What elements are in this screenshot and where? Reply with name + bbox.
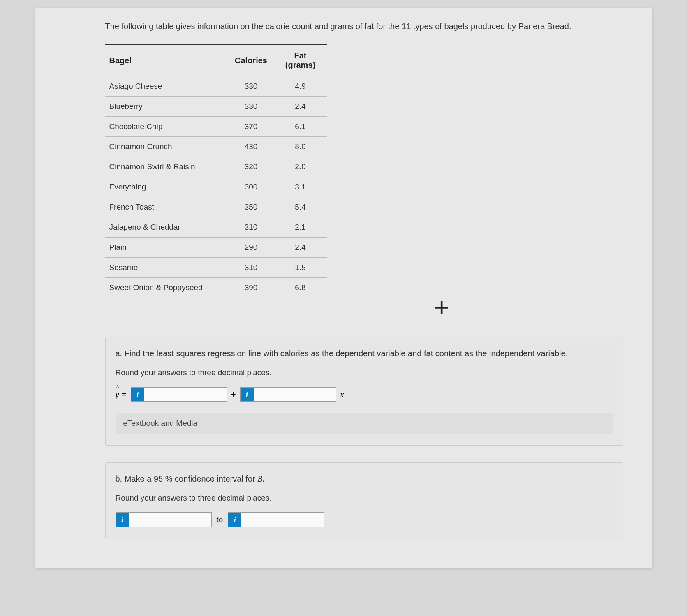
info-icon[interactable]: i (131, 388, 144, 401)
cell-calories: 310 (229, 217, 278, 238)
table-row: Plain2902.4 (105, 238, 327, 258)
part-b-prefix: b. (116, 474, 123, 483)
to-label: to (217, 515, 223, 524)
intercept-input-wrap: i (131, 387, 227, 402)
intro-text: The following table gives information on… (105, 21, 623, 32)
table-row: Sesame3101.5 (105, 258, 327, 278)
intercept-input[interactable] (144, 388, 227, 401)
cell-fat: 6.8 (278, 278, 327, 298)
cell-bagel-name: Sesame (105, 258, 229, 278)
cell-calories: 430 (229, 137, 278, 157)
table-row: Blueberry3302.4 (105, 97, 327, 117)
part-b-prompt: b. Make a 95 % confidence interval for B… (116, 474, 613, 484)
cell-bagel-name: Chocolate Chip (105, 117, 229, 137)
cell-calories: 290 (229, 238, 278, 258)
ci-upper-input-wrap: i (228, 512, 324, 527)
cell-calories: 390 (229, 278, 278, 298)
plus-sign: + (231, 390, 236, 399)
cell-fat: 6.1 (278, 117, 327, 137)
page-container: The following table gives information on… (35, 8, 652, 568)
slope-input[interactable] (254, 388, 336, 401)
ci-lower-input-wrap: i (116, 512, 212, 527)
part-b-prompt-text: Make a 95 % confidence interval for (125, 474, 255, 483)
cell-calories: 370 (229, 117, 278, 137)
x-label: x (340, 390, 344, 399)
info-icon[interactable]: i (228, 513, 241, 527)
table-header-row: Bagel Calories Fat (grams) (105, 45, 327, 76)
table-row: Asiago Cheese3304.9 (105, 76, 327, 97)
table-row: Everything3003.1 (105, 177, 327, 197)
part-a-prompt: a. Find the least squares regression lin… (116, 349, 613, 358)
table-row: Jalapeno & Cheddar3102.1 (105, 217, 327, 238)
cell-calories: 330 (229, 97, 278, 117)
cell-bagel-name: Asiago Cheese (105, 76, 229, 97)
part-b-instruction: Round your answers to three decimal plac… (116, 494, 613, 503)
cell-fat: 2.4 (278, 97, 327, 117)
cell-bagel-name: Cinnamon Crunch (105, 137, 229, 157)
cell-fat: 2.0 (278, 157, 327, 177)
cell-bagel-name: Plain (105, 238, 229, 258)
equation-row: y = i + i x (116, 387, 613, 402)
cell-fat: 4.9 (278, 76, 327, 97)
cell-calories: 310 (229, 258, 278, 278)
slope-input-wrap: i (240, 387, 336, 402)
part-a-prompt-text: Find the least squares regression line w… (125, 349, 568, 358)
table-row: French Toast3505.4 (105, 197, 327, 217)
table-row: Sweet Onion & Poppyseed3906.8 (105, 278, 327, 298)
table-row: Cinnamon Swirl & Raisin3202.0 (105, 157, 327, 177)
ci-range-row: i to i (116, 512, 613, 527)
cell-bagel-name: French Toast (105, 197, 229, 217)
info-icon[interactable]: i (241, 388, 254, 401)
cell-fat: 8.0 (278, 137, 327, 157)
col-header-bagel: Bagel (105, 45, 229, 76)
cell-bagel-name: Cinnamon Swirl & Raisin (105, 157, 229, 177)
cell-bagel-name: Jalapeno & Cheddar (105, 217, 229, 238)
cell-calories: 300 (229, 177, 278, 197)
plus-icon: + (434, 294, 449, 321)
cell-fat: 1.5 (278, 258, 327, 278)
cell-bagel-name: Everything (105, 177, 229, 197)
ci-upper-input[interactable] (241, 513, 324, 527)
part-a-instruction: Round your answers to three decimal plac… (116, 368, 613, 377)
col-header-calories: Calories (229, 45, 278, 76)
cell-fat: 3.1 (278, 177, 327, 197)
ci-lower-input[interactable] (129, 513, 211, 527)
col-header-fat: Fat (grams) (278, 45, 327, 76)
table-row: Cinnamon Crunch4308.0 (105, 137, 327, 157)
question-part-a: a. Find the least squares regression lin… (105, 337, 623, 446)
cell-bagel-name: Blueberry (105, 97, 229, 117)
bagel-data-table: Bagel Calories Fat (grams) Asiago Cheese… (105, 44, 327, 298)
part-a-prefix: a. (116, 349, 123, 358)
info-icon[interactable]: i (116, 513, 129, 527)
cell-calories: 350 (229, 197, 278, 217)
table-row: Chocolate Chip3706.1 (105, 117, 327, 137)
etextbook-button[interactable]: eTextbook and Media (116, 413, 613, 434)
cell-calories: 320 (229, 157, 278, 177)
question-part-b: b. Make a 95 % confidence interval for B… (105, 462, 623, 539)
content-area: The following table gives information on… (35, 8, 652, 568)
cell-fat: 5.4 (278, 197, 327, 217)
cell-bagel-name: Sweet Onion & Poppyseed (105, 278, 229, 298)
cell-fat: 2.4 (278, 238, 327, 258)
cell-fat: 2.1 (278, 217, 327, 238)
yhat-label: y = (116, 390, 127, 399)
cell-calories: 330 (229, 76, 278, 97)
b-variable: B. (257, 474, 264, 483)
